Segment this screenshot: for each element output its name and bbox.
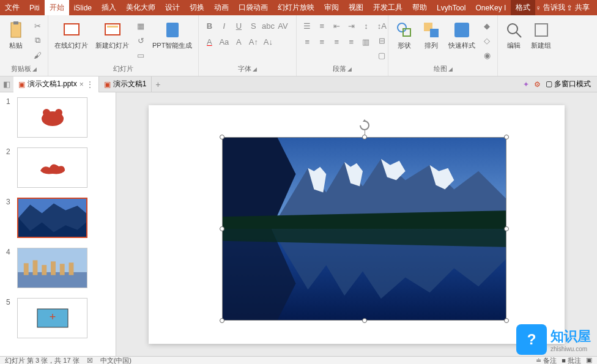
shapes-button[interactable]: 形状 [392, 19, 417, 51]
thumbnail-1[interactable]: 1 [0, 92, 116, 143]
resize-handle-br[interactable] [504, 318, 509, 323]
thumbnail-panel[interactable]: 1 2 3 4 [0, 92, 116, 356]
indent-inc-button[interactable]: ⇥ [344, 19, 358, 32]
new-slide-button[interactable]: 新建幻灯片 [93, 19, 132, 51]
quickstyle-button[interactable]: 快速样式 [446, 19, 478, 51]
newgroup-button[interactable]: 新建组 [528, 19, 554, 51]
bullets-button[interactable]: ☰ [300, 19, 314, 32]
spacing-button[interactable]: AV [276, 19, 289, 32]
ppt-smart-button[interactable]: PPT智能生成 [150, 19, 195, 51]
tab-home[interactable]: 开始 [45, 0, 69, 15]
tab-lvyh[interactable]: LvyhTool [432, 0, 470, 15]
resize-handle-bm[interactable] [362, 318, 367, 323]
align-text-button[interactable]: ⊟ [375, 34, 388, 47]
tab-piti[interactable]: Piti [24, 0, 45, 15]
thumbnail-5[interactable]: 5 + [0, 293, 116, 343]
doc-tab-1[interactable]: ▣ 演示文稿1.pptx × ⋮ [13, 76, 99, 92]
tab-file[interactable]: 文件 [0, 0, 24, 15]
shape-outline-button[interactable]: ◇ [480, 34, 494, 47]
doc-tab-2[interactable]: ▣ 演示文稿1 [99, 76, 152, 92]
shadow-button[interactable]: abc [261, 19, 275, 32]
change-case-button[interactable]: Aa [217, 35, 231, 48]
font-color-button[interactable]: A [202, 35, 216, 48]
notes-button[interactable]: ≐ 备注 [536, 356, 557, 364]
reset-button[interactable]: ↺ [134, 34, 147, 47]
font-launcher[interactable]: ◢ [253, 66, 257, 72]
cut-button[interactable]: ✂ [31, 19, 44, 32]
shape-effects-button[interactable]: ◉ [480, 48, 494, 62]
justify-button[interactable]: ≡ [344, 35, 358, 48]
share-button[interactable]: ⇪ 共享 [566, 2, 590, 13]
resize-handle-tl[interactable] [220, 135, 224, 139]
edit-button[interactable]: 编辑 [502, 19, 526, 51]
italic-button[interactable]: I [217, 19, 231, 32]
new-tab-button[interactable]: + [152, 80, 164, 89]
tell-me[interactable]: ♀ 告诉我 [535, 2, 565, 13]
layout-button[interactable]: ▦ [134, 19, 147, 32]
tab-islide[interactable]: iSlide [69, 0, 97, 15]
clear-format-button[interactable]: A [232, 35, 245, 48]
resize-handle-tm[interactable] [362, 135, 367, 139]
paragraph-launcher[interactable]: ◢ [347, 66, 352, 72]
more-icon[interactable]: ⋮ [86, 80, 94, 89]
resize-handle-ml[interactable] [220, 226, 224, 231]
tab-pocket[interactable]: 口袋动画 [234, 0, 273, 15]
tab-insert[interactable]: 插入 [97, 0, 121, 15]
thumbnail-4[interactable]: 4 [0, 243, 116, 293]
align-right-button[interactable]: ≡ [330, 35, 343, 48]
thumbnail-3[interactable]: 3 [0, 193, 116, 243]
rotate-handle[interactable] [358, 119, 371, 132]
resize-handle-bl[interactable] [220, 318, 224, 323]
doc-nav-button[interactable]: ◧ [0, 78, 13, 91]
tab-transitions[interactable]: 切换 [185, 0, 209, 15]
resize-handle-mr[interactable] [504, 226, 509, 231]
tab-review[interactable]: 审阅 [319, 0, 344, 15]
star-icon[interactable]: ✦ [523, 80, 529, 89]
slide-area[interactable] [116, 92, 597, 356]
gear-icon[interactable]: ⚙ [534, 80, 541, 89]
tab-beautify[interactable]: 美化大师 [121, 0, 160, 15]
view-normal-icon[interactable]: ▣ [586, 356, 592, 364]
selected-image[interactable] [222, 137, 506, 321]
underline-button[interactable]: U [232, 19, 245, 32]
text-direction-button[interactable]: ↕A [375, 19, 388, 32]
shape-fill-button[interactable]: ◆ [480, 19, 494, 32]
tab-slideshow[interactable]: 幻灯片放映 [273, 0, 319, 15]
numbering-button[interactable]: ≡ [315, 19, 328, 32]
tab-format[interactable]: 格式 [511, 0, 535, 15]
paste-button[interactable]: 粘贴 [4, 19, 28, 51]
tab-help[interactable]: 帮助 [407, 0, 432, 15]
svg-rect-4 [107, 26, 118, 28]
align-center-button[interactable]: ≡ [315, 35, 328, 48]
strike-button[interactable]: S [247, 19, 260, 32]
tab-design[interactable]: 设计 [160, 0, 185, 15]
font-size-dec-button[interactable]: A↓ [261, 35, 275, 48]
comments-button[interactable]: ■ 批注 [562, 356, 581, 364]
drawing-launcher[interactable]: ◢ [448, 66, 453, 72]
multiwindow-button[interactable]: ▢ 多窗口模式 [546, 79, 591, 89]
accessibility-icon[interactable]: ☒ [87, 357, 93, 365]
arrange-button[interactable]: 排列 [419, 19, 443, 51]
tab-onekey[interactable]: OneKey I [470, 0, 511, 15]
tab-animations[interactable]: 动画 [209, 0, 234, 15]
slide-canvas[interactable] [149, 105, 565, 344]
copy-button[interactable]: ⧉ [31, 34, 44, 47]
quickstyle-label: 快速样式 [448, 41, 475, 50]
section-button[interactable]: ▭ [134, 48, 147, 62]
smartart-button[interactable]: ▢ [375, 48, 388, 62]
align-left-button[interactable]: ≡ [300, 35, 314, 48]
language-label[interactable]: 中文(中国) [100, 356, 132, 364]
line-spacing-button[interactable]: ↕ [359, 19, 373, 32]
tab-developer[interactable]: 开发工具 [368, 0, 407, 15]
resize-handle-tr[interactable] [504, 135, 509, 139]
close-icon[interactable]: × [80, 80, 84, 89]
indent-dec-button[interactable]: ⇤ [330, 19, 343, 32]
font-size-inc-button[interactable]: A↑ [247, 35, 260, 48]
format-painter-button[interactable]: 🖌 [31, 48, 44, 62]
clipboard-launcher[interactable]: ◢ [32, 66, 37, 72]
tab-view[interactable]: 视图 [344, 0, 368, 15]
columns-button[interactable]: ▥ [359, 35, 373, 48]
bold-button[interactable]: B [202, 19, 216, 32]
thumbnail-2[interactable]: 2 [0, 143, 116, 193]
online-slides-button[interactable]: 在线幻灯片 [52, 19, 91, 51]
